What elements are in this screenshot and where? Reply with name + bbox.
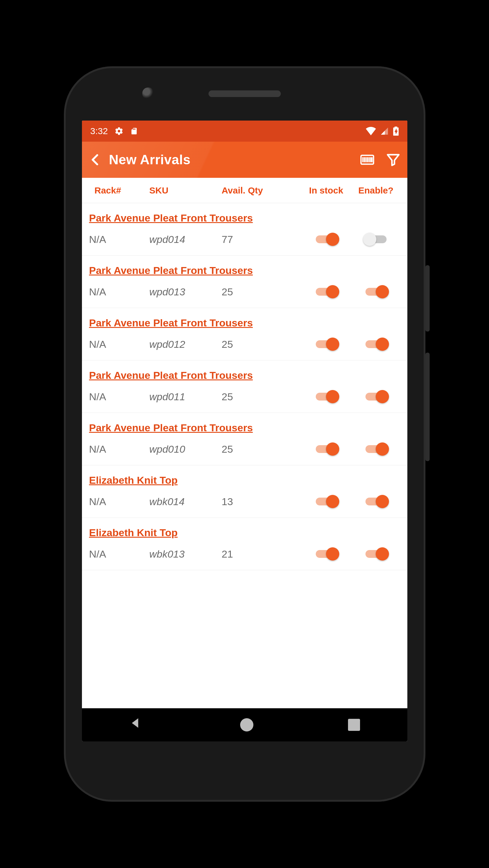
product-name-link[interactable]: Elizabeth Knit Top	[89, 474, 178, 486]
android-nav-bar	[82, 708, 408, 741]
list-item: Park Avenue Pleat Front Trousers N/A wpd…	[82, 361, 408, 413]
col-stock: In stock	[301, 185, 352, 195]
enable-toggle[interactable]	[363, 337, 389, 352]
rack-value: N/A	[89, 234, 150, 245]
enable-toggle[interactable]	[363, 547, 389, 561]
sku-value: wpd013	[150, 286, 222, 298]
wifi-icon	[366, 127, 376, 135]
phone-side-button	[425, 265, 430, 332]
list-item: Park Avenue Pleat Front Trousers N/A wpd…	[82, 413, 408, 465]
rack-value: N/A	[89, 496, 150, 507]
sku-value: wpd011	[150, 391, 222, 403]
phone-side-button	[425, 352, 430, 461]
in-stock-toggle[interactable]	[313, 441, 339, 457]
sd-card-icon	[130, 127, 138, 135]
column-header-row: Rack# SKU Avail. Qty In stock Enable?	[82, 178, 408, 203]
sku-value: wpd010	[150, 443, 222, 455]
enable-toggle[interactable]	[363, 441, 389, 457]
in-stock-toggle[interactable]	[313, 337, 339, 352]
sku-value: wpd012	[150, 338, 222, 350]
in-stock-toggle[interactable]	[313, 284, 339, 299]
android-status-bar: 3:32	[82, 121, 408, 142]
product-list[interactable]: Park Avenue Pleat Front Trousers N/A wpd…	[82, 203, 408, 708]
nav-home-button[interactable]	[240, 718, 253, 732]
rack-value: N/A	[89, 286, 150, 298]
list-item: Park Avenue Pleat Front Trousers N/A wpd…	[82, 203, 408, 255]
col-qty: Avail. Qty	[222, 185, 301, 195]
list-item: Elizabeth Knit Top N/A wbk013 21	[82, 518, 408, 570]
product-name-link[interactable]: Park Avenue Pleat Front Trousers	[89, 212, 253, 224]
col-enable: Enable?	[352, 185, 400, 195]
in-stock-toggle[interactable]	[313, 547, 339, 561]
col-sku: SKU	[150, 185, 222, 195]
sku-value: wbk014	[150, 496, 222, 507]
back-button[interactable]	[89, 153, 102, 167]
col-rack: Rack#	[89, 185, 150, 195]
battery-charging-icon	[393, 127, 399, 135]
product-name-link[interactable]: Park Avenue Pleat Front Trousers	[89, 265, 253, 276]
sku-value: wbk013	[150, 548, 222, 560]
rack-value: N/A	[89, 338, 150, 350]
qty-value: 77	[222, 234, 301, 245]
list-item: Park Avenue Pleat Front Trousers N/A wpd…	[82, 255, 408, 308]
list-item: Park Avenue Pleat Front Trousers N/A wpd…	[82, 308, 408, 361]
qty-value: 25	[222, 338, 301, 350]
rack-value: N/A	[89, 548, 150, 560]
in-stock-toggle[interactable]	[313, 232, 339, 247]
product-name-link[interactable]: Elizabeth Knit Top	[89, 527, 178, 538]
phone-frame: 3:32	[64, 66, 425, 802]
status-time: 3:32	[90, 126, 108, 136]
nav-recent-button[interactable]	[348, 719, 360, 731]
in-stock-toggle[interactable]	[313, 389, 339, 404]
sku-value: wpd014	[150, 234, 222, 245]
list-item: Elizabeth Knit Top N/A wbk014 13	[82, 465, 408, 518]
enable-toggle[interactable]	[363, 284, 389, 299]
settings-gear-icon	[115, 127, 124, 135]
qty-value: 25	[222, 286, 301, 298]
screen: 3:32	[82, 121, 408, 741]
qty-value: 25	[222, 391, 301, 403]
barcode-scan-button[interactable]	[360, 152, 375, 167]
product-name-link[interactable]: Park Avenue Pleat Front Trousers	[89, 422, 253, 434]
nav-back-button[interactable]	[129, 717, 145, 733]
enable-toggle[interactable]	[363, 494, 389, 509]
qty-value: 21	[222, 548, 301, 560]
filter-button[interactable]	[386, 152, 401, 167]
cell-signal-icon	[380, 127, 389, 135]
product-name-link[interactable]: Park Avenue Pleat Front Trousers	[89, 370, 253, 381]
enable-toggle[interactable]	[363, 232, 389, 247]
qty-value: 13	[222, 496, 301, 507]
page-title: New Arrivals	[109, 152, 191, 167]
in-stock-toggle[interactable]	[313, 494, 339, 509]
rack-value: N/A	[89, 443, 150, 455]
enable-toggle[interactable]	[363, 389, 389, 404]
product-name-link[interactable]: Park Avenue Pleat Front Trousers	[89, 317, 253, 329]
app-bar: New Arrivals	[82, 142, 408, 178]
rack-value: N/A	[89, 391, 150, 403]
qty-value: 25	[222, 443, 301, 455]
